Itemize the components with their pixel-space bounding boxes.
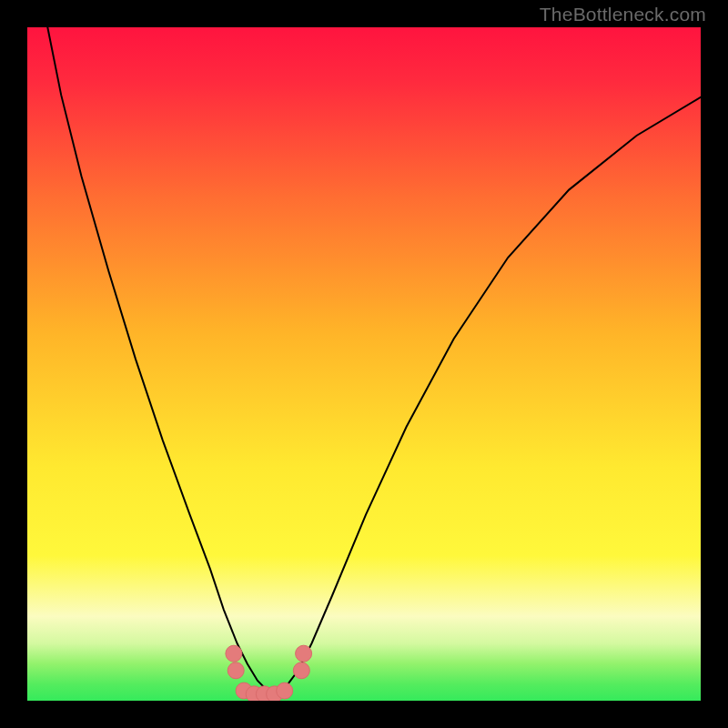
chart-frame: TheBottleneck.com <box>0 0 728 728</box>
data-marker <box>293 662 309 679</box>
data-marker <box>228 662 244 679</box>
data-marker <box>226 645 242 662</box>
data-marker <box>277 682 293 699</box>
data-marker <box>296 645 312 662</box>
watermark-text: TheBottleneck.com <box>540 4 706 25</box>
plot-background <box>27 27 704 704</box>
bottleneck-chart <box>0 0 728 728</box>
